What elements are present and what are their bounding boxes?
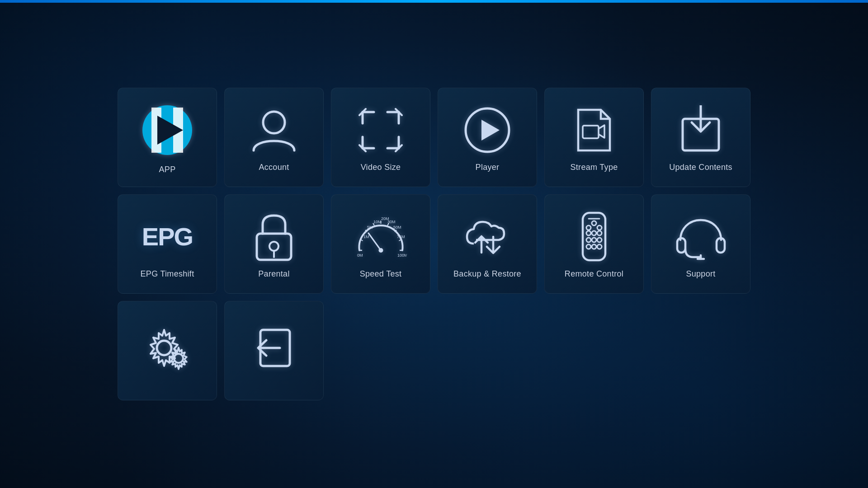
- svg-text:30M: 30M: [387, 220, 396, 224]
- settings-grid: APP Account: [118, 88, 750, 400]
- svg-point-61: [157, 341, 171, 355]
- svg-text:100M: 100M: [397, 253, 407, 258]
- update-contents-label: Update Contents: [669, 163, 732, 172]
- tile-backup-restore[interactable]: Backup & Restore: [438, 194, 537, 294]
- svg-point-48: [592, 231, 596, 235]
- settings-icon: [140, 321, 194, 375]
- svg-point-46: [597, 225, 602, 230]
- svg-point-52: [597, 238, 602, 242]
- account-icon: [247, 103, 301, 157]
- svg-point-4: [263, 112, 285, 133]
- speed-test-icon: 0M 1M 5M 10M 20M 30M 50M 75M 100M: [354, 210, 408, 264]
- svg-text:10M: 10M: [373, 220, 382, 224]
- svg-text:5M: 5M: [367, 225, 373, 230]
- backup-restore-label: Backup & Restore: [453, 269, 521, 279]
- exit-icon: [247, 321, 301, 375]
- support-label: Support: [686, 269, 715, 279]
- support-icon: [674, 210, 728, 264]
- svg-point-51: [592, 238, 596, 242]
- svg-text:1M: 1M: [363, 235, 369, 239]
- tile-remote-control[interactable]: Remote Control: [544, 194, 644, 294]
- app-icon: [138, 101, 197, 160]
- backup-restore-icon: [460, 210, 514, 264]
- svg-text:50M: 50M: [393, 225, 401, 230]
- app-label: APP: [159, 165, 176, 174]
- tile-stream-type[interactable]: Stream Type: [544, 88, 644, 187]
- epg-icon: EPG: [140, 210, 194, 264]
- tile-support[interactable]: Support: [651, 194, 750, 294]
- svg-marker-14: [481, 120, 500, 141]
- player-label: Player: [476, 163, 500, 172]
- svg-point-55: [597, 244, 602, 249]
- svg-rect-15: [583, 126, 599, 138]
- remote-control-icon: [567, 210, 621, 264]
- remote-control-label: Remote Control: [565, 269, 623, 279]
- parental-icon: [247, 210, 301, 264]
- speed-test-label: Speed Test: [360, 269, 402, 279]
- svg-line-39: [368, 233, 381, 250]
- update-contents-icon: [674, 103, 728, 157]
- svg-rect-43: [583, 213, 605, 260]
- svg-point-40: [378, 248, 383, 253]
- tile-player[interactable]: Player: [438, 88, 537, 187]
- svg-point-19: [269, 242, 278, 251]
- account-label: Account: [259, 163, 289, 172]
- tile-settings[interactable]: [118, 301, 217, 400]
- svg-point-54: [592, 244, 596, 249]
- tile-account[interactable]: Account: [224, 88, 324, 187]
- tile-epg-timeshift[interactable]: EPG EPG Timeshift: [118, 194, 217, 294]
- svg-text:75M: 75M: [397, 235, 405, 239]
- player-icon: [460, 103, 514, 157]
- stream-type-icon: [567, 103, 621, 157]
- tile-video-size[interactable]: Video Size: [331, 88, 430, 187]
- tile-app[interactable]: APP: [118, 88, 217, 187]
- svg-point-44: [586, 225, 591, 230]
- svg-point-53: [586, 244, 591, 249]
- svg-point-45: [592, 221, 596, 225]
- tile-parental[interactable]: Parental: [224, 194, 324, 294]
- svg-point-49: [597, 231, 602, 235]
- svg-text:0M: 0M: [357, 253, 363, 258]
- svg-point-50: [586, 238, 591, 242]
- video-size-label: Video Size: [361, 163, 401, 172]
- tile-speed-test[interactable]: 0M 1M 5M 10M 20M 30M 50M 75M 100M Speed …: [331, 194, 430, 294]
- epg-label: EPG Timeshift: [141, 269, 194, 279]
- svg-point-47: [586, 231, 591, 235]
- video-size-icon: [354, 103, 408, 157]
- tile-exit[interactable]: [224, 301, 324, 400]
- parental-label: Parental: [258, 269, 289, 279]
- stream-type-label: Stream Type: [570, 163, 618, 172]
- tile-update-contents[interactable]: Update Contents: [651, 88, 750, 187]
